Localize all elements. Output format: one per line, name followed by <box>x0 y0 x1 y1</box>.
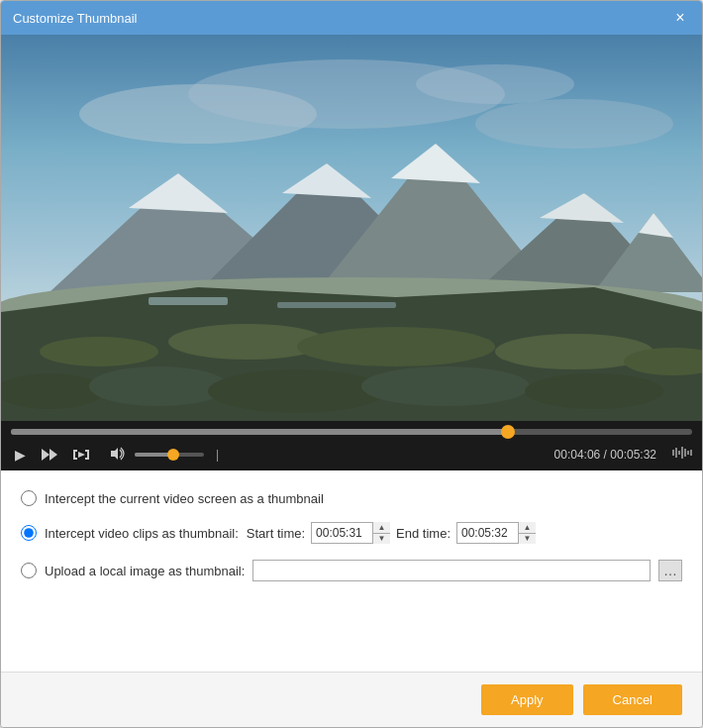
svg-marker-38 <box>111 448 118 460</box>
end-time-wrapper: ▲ ▼ <box>456 522 536 544</box>
title-bar: Customize Thumbnail × <box>1 1 702 35</box>
start-time-label: Start time: <box>247 526 305 541</box>
seek-bar-container <box>1 421 702 439</box>
volume-icon <box>111 447 127 464</box>
svg-rect-44 <box>687 451 689 455</box>
svg-point-26 <box>525 373 663 409</box>
speaker-icon <box>111 447 127 461</box>
footer-area: Apply Cancel <box>1 672 702 727</box>
close-button[interactable]: × <box>670 8 690 28</box>
bracket-icon <box>73 448 91 462</box>
svg-rect-28 <box>277 302 396 308</box>
svg-rect-39 <box>672 450 674 456</box>
end-time-up[interactable]: ▲ <box>519 522 536 534</box>
option-3-row: Upload a local image as thumbnail: … <box>21 560 682 581</box>
svg-point-25 <box>361 366 530 406</box>
svg-point-4 <box>416 64 574 104</box>
end-time-spinner: ▲ ▼ <box>518 522 536 544</box>
option3-label[interactable]: Upload a local image as thumbnail: <box>45 564 245 578</box>
option1-label[interactable]: Intercept the current video screen as a … <box>45 491 324 506</box>
svg-point-24 <box>208 369 386 413</box>
video-thumbnail <box>1 35 702 421</box>
start-time-up[interactable]: ▲ <box>373 522 390 534</box>
waveform-icon[interactable] <box>672 446 692 464</box>
controls-row: ▶ <box>1 439 702 470</box>
step-forward-icon <box>42 448 57 462</box>
upload-path-input[interactable] <box>252 560 651 581</box>
customize-thumbnail-dialog: Customize Thumbnail × <box>0 0 703 728</box>
start-time-down[interactable]: ▼ <box>373 534 390 545</box>
svg-point-3 <box>475 99 673 149</box>
svg-rect-37 <box>85 458 89 460</box>
end-time-down[interactable]: ▼ <box>519 534 536 545</box>
volume-thumb[interactable] <box>167 449 179 461</box>
dialog-title: Customize Thumbnail <box>13 11 137 26</box>
options-area: Intercept the current video screen as a … <box>1 470 702 672</box>
svg-rect-27 <box>149 297 228 305</box>
current-time: 00:04:06 <box>554 448 601 462</box>
time-divider: / <box>604 448 607 462</box>
video-preview <box>1 35 702 421</box>
option3-radio[interactable] <box>21 563 37 578</box>
total-time: 00:05:32 <box>610 448 656 462</box>
volume-slider[interactable] <box>135 453 204 457</box>
start-time-spinner: ▲ ▼ <box>372 522 390 544</box>
time-separator: | <box>216 448 219 462</box>
svg-rect-42 <box>681 447 683 459</box>
bracket-button[interactable] <box>69 446 95 464</box>
apply-button[interactable]: Apply <box>481 684 573 715</box>
option-2-row: Intercept video clips as thumbnail: Star… <box>21 522 682 544</box>
seek-bar-fill <box>11 429 508 435</box>
svg-marker-29 <box>42 449 50 461</box>
time-display: 00:04:06 / 00:05:32 <box>554 448 656 462</box>
svg-rect-36 <box>85 450 89 452</box>
option2-label[interactable]: Intercept video clips as thumbnail: <box>45 526 239 541</box>
option1-radio[interactable] <box>21 490 37 506</box>
svg-marker-34 <box>78 452 85 458</box>
end-time-label: End time: <box>396 526 451 541</box>
svg-rect-41 <box>678 451 680 455</box>
seek-bar-track[interactable] <box>11 429 692 435</box>
cancel-button[interactable]: Cancel <box>583 684 682 715</box>
svg-rect-40 <box>675 448 677 458</box>
svg-rect-45 <box>690 450 692 456</box>
svg-rect-32 <box>73 450 77 452</box>
step-forward-button[interactable] <box>38 446 61 464</box>
seek-bar-thumb[interactable] <box>501 425 515 439</box>
svg-marker-30 <box>50 449 57 461</box>
time-input-group: Start time: ▲ ▼ End time: ▲ ▼ <box>247 522 536 544</box>
browse-button[interactable]: … <box>658 560 682 581</box>
svg-point-17 <box>40 337 158 366</box>
start-time-wrapper: ▲ ▼ <box>311 522 390 544</box>
option-1-row: Intercept the current video screen as a … <box>21 490 682 506</box>
svg-rect-43 <box>684 449 686 457</box>
svg-point-19 <box>297 327 495 366</box>
play-button[interactable]: ▶ <box>11 445 30 465</box>
svg-point-23 <box>89 366 228 406</box>
option2-radio[interactable] <box>21 525 37 541</box>
audio-waveform-icon <box>672 446 692 460</box>
svg-rect-33 <box>73 458 77 460</box>
